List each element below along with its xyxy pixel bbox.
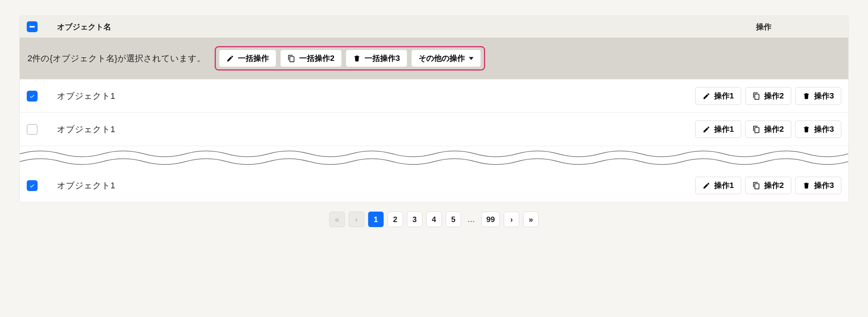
row-copy-button[interactable]: 操作2	[745, 87, 791, 105]
row-edit-button[interactable]: 操作1	[695, 177, 741, 194]
page-last-button[interactable]: »	[523, 212, 539, 227]
bulk-edit-button[interactable]: 一括操作	[219, 50, 276, 67]
bulk-more-button[interactable]: その他の操作	[411, 50, 481, 67]
data-table: オブジェクト名 操作 2件の{オブジェクト名}が選択されています。 一括操作 一…	[19, 16, 849, 202]
row-edit-button[interactable]: 操作1	[695, 121, 741, 138]
bulk-delete-label: 一括操作3	[365, 53, 400, 64]
trash-icon	[803, 182, 810, 190]
row-actions: 操作1 操作2 操作3	[695, 121, 841, 138]
trash-icon	[353, 55, 361, 62]
row-delete-button[interactable]: 操作3	[795, 121, 841, 138]
row-copy-button[interactable]: 操作2	[745, 177, 791, 194]
copy-icon	[288, 55, 295, 62]
bulk-selection-message: 2件の{オブジェクト名}が選択されています。	[28, 53, 205, 64]
bulk-actions-highlight: 一括操作 一括操作2 一括操作3 その他の操作	[215, 46, 485, 71]
copy-icon	[753, 92, 760, 100]
page-number-button[interactable]: 5	[446, 212, 461, 227]
page-number-button[interactable]: 2	[388, 212, 403, 227]
page-prev-button[interactable]: ‹	[349, 212, 364, 227]
column-header-actions: 操作	[686, 22, 841, 32]
page-number-button[interactable]: 3	[407, 212, 422, 227]
bulk-copy-button[interactable]: 一括操作2	[280, 50, 342, 67]
row-checkbox[interactable]	[27, 180, 38, 191]
pencil-icon	[226, 55, 234, 62]
pagination: « ‹ 1 2 3 4 5 … 99 › »	[19, 202, 849, 227]
select-all-checkbox[interactable]	[27, 21, 38, 32]
bulk-action-bar: 2件の{オブジェクト名}が選択されています。 一括操作 一括操作2 一括操作3 …	[20, 38, 848, 79]
bulk-delete-button[interactable]: 一括操作3	[346, 50, 407, 67]
table-row: オブジェクト1 操作1 操作2 操作3	[20, 79, 848, 112]
pencil-icon	[703, 182, 710, 190]
copy-icon	[753, 126, 760, 133]
copy-icon	[753, 182, 760, 190]
page-number-button[interactable]: 99	[481, 212, 500, 227]
row-label: オブジェクト1	[57, 124, 676, 135]
truncated-rows-indicator	[20, 146, 848, 169]
row-edit-button[interactable]: 操作1	[695, 87, 741, 105]
row-delete-button[interactable]: 操作3	[795, 177, 841, 194]
page-number-button[interactable]: 4	[426, 212, 442, 227]
trash-icon	[803, 92, 810, 100]
bulk-more-label: その他の操作	[418, 53, 465, 64]
bulk-copy-label: 一括操作2	[299, 53, 334, 64]
column-header-name: オブジェクト名	[57, 22, 667, 32]
table-row: オブジェクト1 操作1 操作2 操作3	[20, 169, 848, 202]
page-first-button[interactable]: «	[329, 212, 345, 227]
row-checkbox[interactable]	[27, 124, 38, 135]
row-checkbox[interactable]	[27, 91, 38, 102]
table-header: オブジェクト名 操作	[20, 16, 848, 38]
row-actions: 操作1 操作2 操作3	[695, 87, 841, 105]
row-delete-button[interactable]: 操作3	[795, 87, 841, 105]
table-row: オブジェクト1 操作1 操作2 操作3	[20, 112, 848, 146]
pencil-icon	[703, 92, 710, 100]
row-label: オブジェクト1	[57, 90, 676, 102]
trash-icon	[803, 126, 810, 133]
chevron-down-icon	[469, 57, 474, 60]
page-number-button[interactable]: 1	[368, 212, 384, 227]
row-actions: 操作1 操作2 操作3	[695, 177, 841, 194]
page-next-button[interactable]: ›	[504, 212, 519, 227]
bulk-edit-label: 一括操作	[238, 53, 269, 64]
pencil-icon	[703, 126, 710, 133]
row-copy-button[interactable]: 操作2	[745, 121, 791, 138]
row-label: オブジェクト1	[57, 180, 676, 191]
page-ellipsis: …	[465, 215, 477, 224]
